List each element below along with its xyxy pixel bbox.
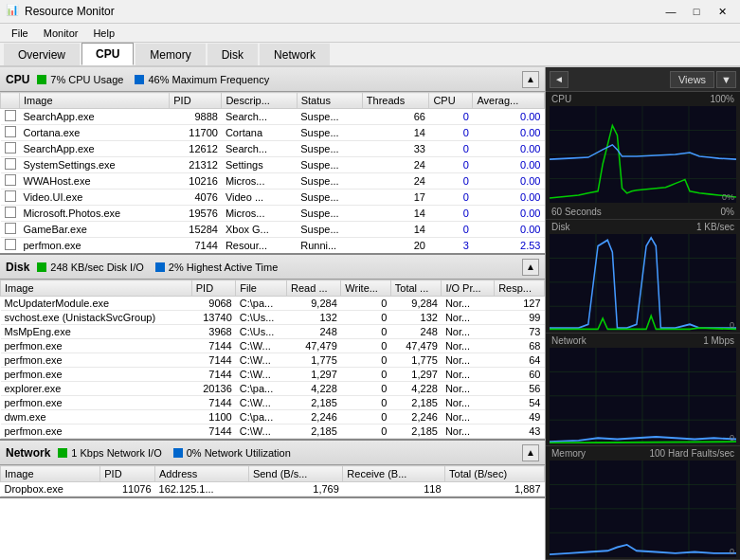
disk-section-title: Disk [6, 261, 29, 274]
memory-graph-label: Memory 100 Hard Faults/sec [546, 446, 740, 461]
close-button[interactable]: ✕ [710, 2, 734, 21]
table-row[interactable]: dwm.exe 1100 C:\pa... 2,246 0 2,246 Nor.… [1, 410, 545, 425]
row-checkbox[interactable] [1, 157, 20, 173]
cpu-col-check[interactable] [1, 93, 20, 109]
maximize-button[interactable]: □ [684, 2, 709, 21]
memory-graph-title: Memory [551, 448, 586, 459]
table-row[interactable]: perfmon.exe 7144 C:\W... 2,185 0 2,185 N… [1, 396, 545, 410]
cpu-col-image[interactable]: Image [20, 93, 170, 109]
table-row[interactable]: GameBar.exe 15284 Xbox G... Suspe... 14 … [1, 222, 545, 238]
network-graph-container: 0 [550, 348, 736, 444]
disk-graph-svg [550, 234, 736, 331]
tab-disk[interactable]: Disk [208, 44, 258, 65]
disk-col-total[interactable]: Total ... [390, 280, 442, 297]
row-write: 0 [341, 339, 391, 353]
network-section-header[interactable]: Network 1 Kbps Network I/O 0% Network Ut… [0, 441, 545, 465]
row-checkbox[interactable] [1, 206, 20, 222]
table-row[interactable]: Cortana.exe 11700 Cortana Suspe... 14 0 … [1, 125, 545, 141]
network-expand-btn[interactable]: ▲ [522, 444, 539, 461]
cpu-section-header[interactable]: CPU 7% CPU Usage 46% Maximum Frequency ▲ [0, 67, 545, 92]
row-total: 2,185 [390, 425, 442, 439]
disk-col-image[interactable]: Image [1, 280, 192, 297]
table-row[interactable]: perfmon.exe 7144 C:\W... 2,185 0 2,185 N… [1, 425, 545, 439]
tab-network[interactable]: Network [260, 44, 330, 65]
tab-memory[interactable]: Memory [135, 44, 205, 65]
disk-col-iop[interactable]: I/O Pr... [442, 280, 495, 297]
minimize-button[interactable]: — [659, 2, 683, 21]
menu-help[interactable]: Help [85, 26, 122, 41]
row-checkbox[interactable] [1, 222, 20, 238]
cpu-col-status[interactable]: Status [297, 93, 362, 109]
cpu-col-desc[interactable]: Descrip... [222, 93, 297, 109]
row-pid: 20136 [191, 382, 235, 396]
table-row[interactable]: McUpdaterModule.exe 9068 C:\pa... 9,284 … [1, 297, 545, 311]
row-iop: Nor... [442, 353, 495, 368]
row-cpu: 0 [429, 222, 473, 238]
table-row[interactable]: SystemSettings.exe 21312 Settings Suspe.… [1, 157, 545, 173]
network-stat2-text: 0% Network Utilization [187, 447, 291, 459]
row-checkbox[interactable] [1, 190, 20, 206]
disk-section-header[interactable]: Disk 248 KB/sec Disk I/O 2% Highest Acti… [0, 255, 545, 280]
disk-col-write[interactable]: Write... [341, 280, 391, 297]
network-stat1-text: 1 Kbps Network I/O [71, 447, 161, 459]
row-cpu: 0 [429, 173, 473, 190]
row-checkbox[interactable] [1, 125, 20, 141]
row-checkbox[interactable] [1, 238, 20, 254]
right-expand-btn[interactable]: ◄ [550, 71, 569, 88]
net-col-total[interactable]: Total (B/sec) [445, 466, 545, 482]
row-resp: 54 [495, 396, 545, 410]
menu-monitor[interactable]: Monitor [36, 26, 86, 41]
disk-expand-btn[interactable]: ▲ [522, 259, 539, 276]
table-row[interactable]: perfmon.exe 7144 C:\W... 1,775 0 1,775 N… [1, 353, 545, 368]
row-avg: 0.00 [473, 141, 545, 157]
cpu-col-pid[interactable]: PID [170, 93, 222, 109]
table-row[interactable]: WWAHost.exe 10216 Micros... Suspe... 24 … [1, 173, 545, 190]
net-col-pid[interactable]: PID [100, 466, 155, 482]
table-row[interactable]: svchost.exe (UnistackSvcGroup) 13740 C:\… [1, 311, 545, 325]
row-read: 47,479 [287, 339, 341, 353]
disk-col-resp[interactable]: Resp... [495, 280, 545, 297]
tab-cpu[interactable]: CPU [81, 43, 134, 65]
table-row[interactable]: perfmon.exe 7144 Resour... Runni... 20 3… [1, 238, 545, 254]
disk-col-pid[interactable]: PID [191, 280, 235, 297]
disk-col-file[interactable]: File [236, 280, 287, 297]
cpu-col-threads[interactable]: Threads [362, 93, 429, 109]
row-image: perfmon.exe [1, 339, 192, 353]
disk-stat2-text: 2% Highest Active Time [169, 262, 279, 273]
table-row[interactable]: Microsoft.Photos.exe 19576 Micros... Sus… [1, 206, 545, 222]
views-arrow-btn[interactable]: ▼ [716, 71, 736, 88]
cpu-graph-max: 100% [710, 94, 734, 104]
row-checkbox[interactable] [1, 109, 20, 125]
table-row[interactable]: perfmon.exe 7144 C:\W... 47,479 0 47,479… [1, 339, 545, 353]
net-col-receive[interactable]: Receive (B... [343, 466, 445, 482]
net-col-address[interactable]: Address [155, 466, 249, 482]
row-desc: Video ... [222, 190, 297, 206]
table-row[interactable]: Dropbox.exe 11076 162.125.1... 1,769 118… [1, 482, 545, 497]
table-row[interactable]: SearchApp.exe 9888 Search... Suspe... 66… [1, 109, 545, 125]
menu-file[interactable]: File [4, 26, 36, 41]
cpu-col-avg[interactable]: Averag... [473, 93, 545, 109]
net-col-image[interactable]: Image [1, 466, 100, 482]
network-section: Network 1 Kbps Network I/O 0% Network Ut… [0, 441, 545, 498]
cpu-expand-btn[interactable]: ▲ [522, 71, 539, 88]
disk-graph-max: 1 KB/sec [696, 222, 734, 232]
cpu-col-cpu[interactable]: CPU [429, 93, 473, 109]
row-pid: 4076 [170, 190, 222, 206]
row-file: C:\Us... [236, 325, 287, 339]
table-row[interactable]: MsMpEng.exe 3968 C:\Us... 248 0 248 Nor.… [1, 325, 545, 339]
main-layout: CPU 7% CPU Usage 46% Maximum Frequency ▲ [0, 67, 740, 560]
row-write: 0 [341, 311, 391, 325]
row-checkbox[interactable] [1, 173, 20, 190]
row-iop: Nor... [442, 368, 495, 382]
table-row[interactable]: SearchApp.exe 12612 Search... Suspe... 3… [1, 141, 545, 157]
row-write: 0 [341, 297, 391, 311]
row-checkbox[interactable] [1, 141, 20, 157]
disk-graph-label: Disk 1 KB/sec [546, 220, 740, 234]
table-row[interactable]: perfmon.exe 7144 C:\W... 1,297 0 1,297 N… [1, 368, 545, 382]
tab-overview[interactable]: Overview [4, 44, 80, 65]
disk-col-read[interactable]: Read ... [287, 280, 341, 297]
table-row[interactable]: Video.UI.exe 4076 Video ... Suspe... 17 … [1, 190, 545, 206]
table-row[interactable]: explorer.exe 20136 C:\pa... 4,228 0 4,22… [1, 382, 545, 396]
row-desc: Search... [222, 141, 297, 157]
net-col-send[interactable]: Send (B/s... [248, 466, 342, 482]
